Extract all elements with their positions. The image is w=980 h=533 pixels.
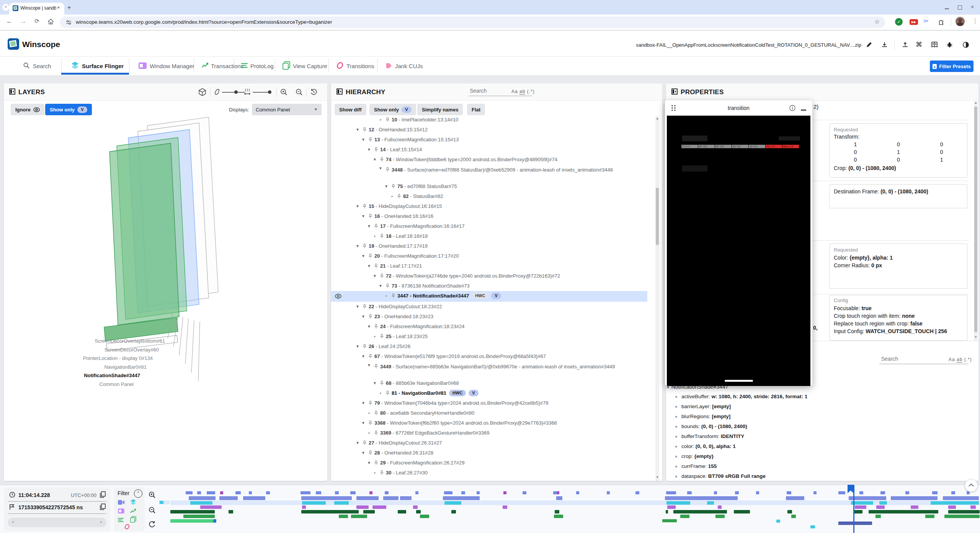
- overview-tick[interactable]: [235, 491, 241, 494]
- panel-collapse-icon[interactable]: [336, 88, 343, 95]
- window-manager-segment[interactable]: [372, 505, 386, 509]
- tree-row[interactable]: 18 - Leaf:16:16#18: [331, 231, 647, 241]
- screen-recording-segment[interactable]: [943, 496, 979, 500]
- url-text[interactable]: winscope.teams.x20web.corp.google.com/pr…: [76, 19, 332, 25]
- transactions-segment[interactable]: [666, 510, 668, 513]
- tree-row[interactable]: ▼75 - ed70f88 StatusBar#75: [331, 181, 647, 191]
- trace-segment[interactable]: [776, 520, 780, 523]
- zoom-range-indicator[interactable]: [159, 500, 170, 504]
- chevron-down-icon[interactable]: ▼: [378, 165, 383, 172]
- transactions-filter-icon[interactable]: [130, 508, 136, 514]
- forward-icon[interactable]: →: [20, 18, 26, 25]
- overview-tick[interactable]: [249, 491, 252, 494]
- profile-avatar[interactable]: [956, 17, 965, 26]
- chevron-down-icon[interactable]: ▼: [361, 418, 366, 428]
- timeline-expand-button[interactable]: [965, 479, 978, 492]
- tab-jank-cujs[interactable]: Jank CUJs: [395, 63, 423, 69]
- tree-row[interactable]: 25 - Leaf:18:23#25: [331, 332, 647, 342]
- tab-protolog[interactable]: ProtoLog: [250, 63, 274, 69]
- chevron-down-icon[interactable]: ▼: [366, 361, 372, 369]
- tree-row[interactable]: ▼29 - FullscreenMagnification:26:27#29: [331, 458, 647, 468]
- chevron-down-icon[interactable]: ▼: [366, 261, 372, 271]
- transactions-segment[interactable]: [229, 510, 233, 513]
- tree-row[interactable]: ▼21 - Leaf:17:17#21: [331, 261, 647, 271]
- tree-row[interactable]: ▼16 - OneHanded:16:16#16: [331, 211, 647, 221]
- chevron-down-icon[interactable]: ▼: [372, 378, 377, 388]
- scroll-down-icon[interactable]: ▼: [974, 335, 978, 339]
- timeline-zoom-out-icon[interactable]: [149, 507, 156, 514]
- overview-tick[interactable]: [813, 491, 817, 494]
- layers-3d-view[interactable]: [4, 83, 327, 481]
- show-diff-toggle[interactable]: Show diff: [335, 104, 366, 115]
- tree-row[interactable]: ▼72 - WindowToken{a2746de type=2040 andr…: [331, 271, 647, 281]
- transactions-segment[interactable]: [854, 510, 862, 513]
- surface-flinger-segment[interactable]: [707, 501, 714, 505]
- screen-recording-segment[interactable]: [786, 496, 804, 500]
- transactions-segment[interactable]: [416, 510, 421, 513]
- tree-row[interactable]: ▼27 - HideDisplayCutout:26:31#27: [331, 438, 647, 448]
- chevron-down-icon[interactable]: ▼: [366, 458, 372, 468]
- overview-tick[interactable]: [503, 491, 506, 494]
- hierarchy-scrollbar[interactable]: [655, 116, 659, 481]
- scroll-down-icon[interactable]: ▼: [655, 476, 659, 479]
- tree-row[interactable]: 3447 - NotificationShade#3447HWCV: [331, 291, 647, 302]
- screen-recording-segment[interactable]: [556, 496, 562, 500]
- tree-row[interactable]: ▼68 - 885b63e NavigationBar0#68: [331, 378, 647, 388]
- tree-row[interactable]: ▼73 - 8736138 NotificationShade#73: [331, 281, 647, 291]
- timeline-reset-zoom-icon[interactable]: [149, 521, 156, 528]
- overview-tick[interactable]: [369, 491, 372, 494]
- window-manager-segment[interactable]: [948, 505, 956, 509]
- window-manager-segment[interactable]: [200, 505, 222, 509]
- window-manager-segment[interactable]: [855, 505, 866, 509]
- chevron-down-icon[interactable]: ▼: [366, 221, 372, 231]
- tab-view-capture[interactable]: View Capture: [293, 63, 327, 69]
- surface-flinger-segment[interactable]: [879, 501, 887, 505]
- screen-recording-segment[interactable]: [301, 496, 352, 500]
- transactions-segment[interactable]: [398, 510, 406, 513]
- chevron-down-icon[interactable]: ▼: [361, 312, 366, 322]
- properties-search-tools[interactable]: Aa ab (.*): [949, 357, 972, 362]
- tree-row[interactable]: ▼12 - OneHanded:15:15#12: [331, 125, 647, 135]
- browser-menu-kebab-icon[interactable]: ⋮: [972, 18, 978, 25]
- transitions-segment[interactable]: [213, 519, 216, 523]
- show-only-toggle[interactable]: Show onlyV: [369, 104, 416, 115]
- filter-collapse-button[interactable]: ⌃: [134, 489, 142, 498]
- overview-tick[interactable]: [735, 491, 739, 494]
- surface-flinger-segment[interactable]: [334, 501, 349, 505]
- edit-pencil-icon[interactable]: [866, 41, 872, 48]
- protolog-segment[interactable]: [554, 515, 563, 518]
- screenshot-window[interactable]: transition P: 0 / 1dX: 0.0dY: 0.0Xv: 0.0…: [665, 100, 812, 386]
- scroll-right-icon[interactable]: ›: [100, 519, 102, 525]
- human-time[interactable]: 11:04:14.228: [18, 492, 50, 498]
- surface-flinger-segment[interactable]: [931, 501, 979, 505]
- window-manager-segment[interactable]: [876, 505, 885, 509]
- transitions-filter-icon[interactable]: [124, 523, 130, 530]
- upload-icon[interactable]: [902, 41, 908, 48]
- tree-row[interactable]: ▼3368 - WindowToken{f6b2f60 type=2024 an…: [331, 418, 647, 428]
- overview-tick[interactable]: [186, 491, 193, 494]
- screen-recording-segment[interactable]: [665, 496, 738, 500]
- screen-recording-filter-icon[interactable]: [118, 500, 124, 505]
- overview-tick[interactable]: [756, 491, 759, 494]
- hierarchy-scroll-thumb[interactable]: [656, 188, 659, 245]
- chevron-down-icon[interactable]: ▼: [355, 241, 360, 251]
- overview-tick[interactable]: [197, 491, 201, 494]
- chevron-down-icon[interactable]: ▼: [366, 145, 372, 155]
- reload-icon[interactable]: ⟳: [34, 18, 39, 25]
- cursor-bookmark-icon[interactable]: [848, 485, 854, 493]
- chevron-down-icon[interactable]: ▼: [361, 448, 366, 458]
- overview-tick[interactable]: [207, 491, 215, 494]
- tree-row[interactable]: 82 - StatusBar#82: [331, 191, 647, 201]
- window-manager-segment[interactable]: [667, 505, 676, 509]
- back-icon[interactable]: ←: [6, 18, 13, 25]
- window-manager-segment[interactable]: [356, 505, 369, 509]
- scroll-up-icon[interactable]: ▲: [655, 117, 659, 120]
- tree-row[interactable]: ▼19 - OneHanded:17:17#19: [331, 241, 647, 251]
- overview-tick[interactable]: [444, 491, 452, 494]
- copy-icon[interactable]: [100, 491, 106, 498]
- bug-report-icon[interactable]: [946, 41, 953, 48]
- overview-tick[interactable]: [687, 491, 692, 494]
- protolog-segment[interactable]: [944, 515, 980, 518]
- overview-tick[interactable]: [557, 491, 559, 494]
- chevron-down-icon[interactable]: ▼: [355, 342, 360, 352]
